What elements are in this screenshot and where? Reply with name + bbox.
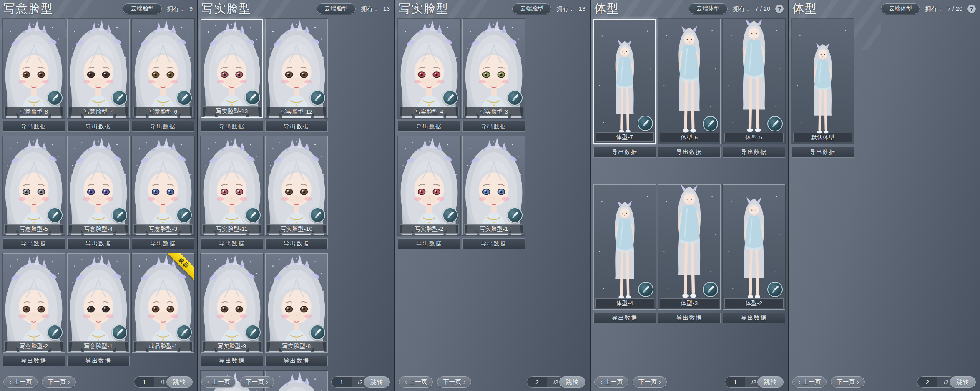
export-data-button[interactable]: 导出数据 (658, 313, 721, 323)
next-page-button[interactable]: 下一页 › (831, 376, 865, 388)
preset-thumbnail[interactable]: 写实脸型-10 (265, 136, 328, 235)
preset-thumbnail[interactable]: 体型-2 (723, 184, 785, 310)
cloud-presets-button[interactable]: 云端体型 (689, 3, 728, 14)
cloud-presets-button[interactable]: 云端脸型 (512, 3, 551, 14)
next-page-button[interactable]: 下一页 › (437, 376, 471, 388)
preset-card[interactable]: 写意脸型-5 导出数据 (3, 136, 65, 249)
preset-card[interactable]: 写实脸型-9 导出数据 (201, 253, 263, 366)
export-data-button[interactable]: 导出数据 (398, 121, 460, 132)
current-page-input[interactable]: 1 (725, 377, 745, 387)
preset-thumbnail[interactable]: 写意脸型-8 (3, 19, 65, 118)
export-data-button[interactable]: 导出数据 (201, 356, 263, 366)
preset-card[interactable]: 体型-6 导出数据 (658, 19, 721, 158)
jump-button[interactable]: 跳转 (950, 376, 976, 388)
preset-thumbnail[interactable]: 写实脸型-4 (398, 19, 460, 118)
export-data-button[interactable]: 导出数据 (265, 121, 328, 132)
preset-card[interactable]: 写意脸型-6 导出数据 (132, 19, 194, 132)
export-data-button[interactable]: 导出数据 (398, 238, 460, 249)
preset-thumbnail[interactable]: 默认体型 (792, 19, 854, 144)
preset-thumbnail[interactable]: 体型-7 (593, 19, 656, 144)
preset-thumbnail[interactable]: 体型-4 (593, 184, 656, 310)
cloud-presets-button[interactable]: 云端脸型 (123, 3, 162, 14)
cloud-presets-button[interactable]: 云端体型 (881, 3, 920, 14)
export-data-button[interactable]: 导出数据 (132, 238, 194, 249)
preset-card[interactable]: 写实脸型-4 导出数据 (398, 19, 460, 132)
export-data-button[interactable]: 导出数据 (723, 313, 785, 323)
preset-card[interactable]: 体型-7 导出数据 (593, 19, 656, 158)
next-page-button[interactable]: 下一页 › (240, 376, 274, 388)
prev-page-button[interactable]: ‹ 上一页 (594, 376, 628, 388)
export-data-button[interactable]: 导出数据 (265, 356, 328, 366)
export-data-button[interactable]: 导出数据 (593, 147, 656, 158)
preset-card[interactable]: 写实脸型-11 导出数据 (201, 136, 263, 249)
current-page-input[interactable]: 2 (917, 377, 937, 387)
preset-thumbnail[interactable]: 写实脸型-9 (201, 253, 263, 353)
preset-card[interactable]: 写实脸型-1 导出数据 (462, 136, 525, 249)
prev-page-button[interactable]: ‹ 上一页 (201, 376, 236, 388)
preset-card[interactable]: 写意脸型-8 导出数据 (3, 19, 65, 132)
current-page-input[interactable]: 1 (134, 377, 154, 387)
preset-card[interactable]: 写意脸型-1 导出数据 (67, 253, 130, 366)
preset-thumbnail[interactable]: 写意脸型-5 (3, 136, 65, 235)
cloud-presets-button[interactable]: 云端脸型 (317, 3, 356, 14)
preset-thumbnail[interactable]: 成品 成品脸型-1 (132, 253, 194, 353)
export-data-button[interactable]: 导出数据 (201, 238, 263, 249)
help-icon[interactable]: ? (967, 5, 976, 13)
export-data-button[interactable]: 导出数据 (67, 121, 130, 132)
preset-card[interactable]: 体型-4 导出数据 (593, 184, 656, 323)
preset-thumbnail[interactable]: 体型-6 (658, 19, 721, 144)
preset-card[interactable]: 体型-2 导出数据 (723, 184, 785, 323)
preset-thumbnail[interactable]: 写实脸型-3 (462, 19, 525, 118)
next-page-button[interactable]: 下一页 › (633, 376, 667, 388)
preset-thumbnail[interactable]: 体型-5 (723, 19, 785, 144)
next-page-button[interactable]: 下一页 › (42, 376, 76, 388)
preset-card[interactable]: 写意脸型-7 导出数据 (67, 19, 130, 132)
preset-card[interactable]: 默认体型 导出数据 (792, 19, 854, 158)
preset-card[interactable]: 写实脸型-3 导出数据 (462, 19, 525, 132)
preset-thumbnail[interactable]: 写意脸型-2 (3, 253, 65, 353)
preset-card[interactable]: 成品 成品脸型-1 (132, 253, 194, 366)
jump-button[interactable]: 跳转 (364, 376, 390, 388)
jump-button[interactable]: 跳转 (166, 376, 193, 388)
preset-thumbnail[interactable]: 写实脸型-8 (265, 253, 328, 353)
prev-page-button[interactable]: ‹ 上一页 (3, 376, 38, 388)
current-page-input[interactable]: 1 (332, 377, 352, 387)
preset-thumbnail[interactable]: 写意脸型-7 (67, 19, 130, 118)
preset-thumbnail[interactable]: 写意脸型-3 (132, 136, 194, 235)
preset-card[interactable]: 体型-5 导出数据 (723, 19, 785, 158)
export-data-button[interactable]: 导出数据 (3, 121, 65, 132)
preset-card[interactable]: 写实脸型-10 导出数据 (265, 136, 328, 249)
preset-thumbnail[interactable]: 写实脸型-2 (398, 136, 460, 235)
export-data-button[interactable]: 导出数据 (792, 147, 854, 158)
preset-thumbnail[interactable]: 写意脸型-6 (132, 19, 194, 118)
export-data-button[interactable]: 导出数据 (3, 238, 65, 249)
preset-card[interactable]: 写实脸型-13 导出数据 (201, 19, 263, 132)
preset-card[interactable]: 写实脸型-2 导出数据 (398, 136, 460, 249)
export-data-button[interactable]: 导出数据 (67, 238, 130, 249)
export-data-button[interactable]: 导出数据 (723, 147, 785, 158)
preset-thumbnail[interactable]: 写实脸型-1 (462, 136, 525, 235)
export-data-button[interactable]: 导出数据 (67, 356, 130, 366)
preset-card[interactable]: 写实脸型-8 导出数据 (265, 253, 328, 366)
export-data-button[interactable]: 导出数据 (462, 121, 525, 132)
jump-button[interactable]: 跳转 (757, 376, 784, 388)
preset-thumbnail[interactable]: 体型-3 (658, 184, 721, 310)
preset-card[interactable]: 写意脸型-4 导出数据 (67, 136, 130, 249)
preset-thumbnail[interactable]: 写意脸型-4 (67, 136, 130, 235)
preset-thumbnail[interactable]: 写实脸型-11 (201, 136, 263, 235)
export-data-button[interactable]: 导出数据 (265, 238, 328, 249)
help-icon[interactable]: ? (775, 5, 784, 13)
prev-page-button[interactable]: ‹ 上一页 (792, 376, 827, 388)
preset-thumbnail[interactable]: 写意脸型-1 (67, 253, 130, 353)
preset-thumbnail[interactable]: 写实脸型-12 (265, 19, 328, 118)
export-data-button[interactable]: 导出数据 (201, 121, 263, 132)
preset-card[interactable]: 写实脸型-12 导出数据 (265, 19, 328, 132)
export-data-button[interactable]: 导出数据 (132, 121, 194, 132)
export-data-button[interactable]: 导出数据 (658, 147, 721, 158)
prev-page-button[interactable]: ‹ 上一页 (399, 376, 433, 388)
export-data-button[interactable]: 导出数据 (462, 238, 525, 249)
preset-card[interactable]: 写意脸型-3 导出数据 (132, 136, 194, 249)
preset-card[interactable]: 写意脸型-2 导出数据 (3, 253, 65, 366)
export-data-button[interactable]: 导出数据 (3, 356, 65, 366)
preset-card[interactable]: 体型-3 导出数据 (658, 184, 721, 323)
